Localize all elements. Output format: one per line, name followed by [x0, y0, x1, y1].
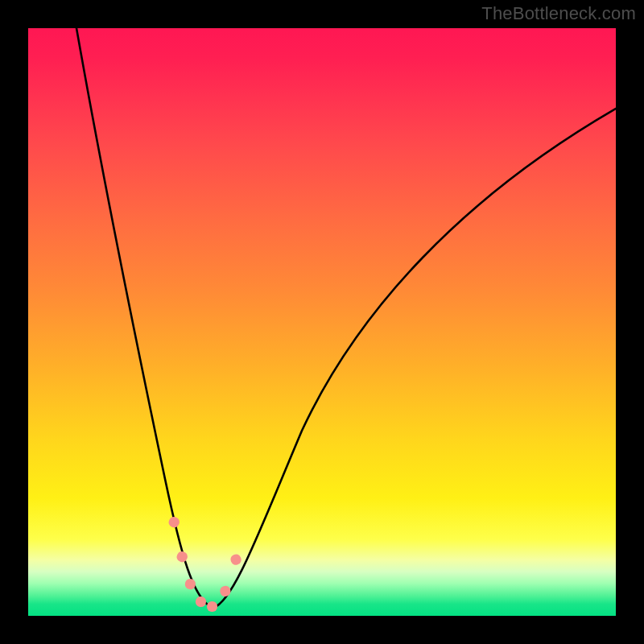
marker-dot	[229, 553, 242, 567]
marker-dot	[195, 596, 206, 607]
markers-group	[167, 515, 243, 612]
marker-dot	[207, 601, 217, 612]
chart-svg	[28, 28, 616, 616]
plot-area	[28, 28, 616, 616]
chart-frame: TheBottleneck.com	[0, 0, 644, 644]
marker-dot	[175, 550, 189, 564]
v-curve-path	[76, 28, 616, 608]
marker-dot	[219, 584, 232, 597]
credit-text: TheBottleneck.com	[481, 3, 636, 24]
marker-dot	[167, 515, 181, 529]
